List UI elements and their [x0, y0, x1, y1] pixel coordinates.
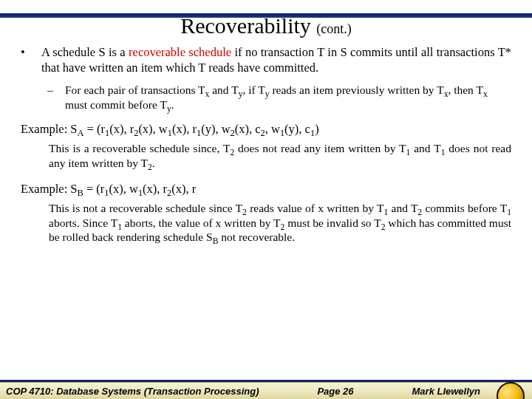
t: (x), c [235, 122, 261, 136]
footer-row: COP 4710: Database Systems (Transaction … [6, 386, 480, 397]
t: For each pair of transactions T [65, 83, 205, 96]
footer-author: Mark Llewellyn [412, 386, 480, 397]
example-b: Example: SB = (r1(x), w1(x), r2(x), r [21, 181, 511, 197]
definition-bullet: • A schedule S is a recoverable schedule… [21, 44, 511, 75]
subbullet-text: For each pair of transactions Tx and Ty,… [65, 83, 511, 112]
dash-mark: – [47, 83, 65, 112]
t: This is a recoverable schedule since, T [49, 142, 230, 154]
t: . [171, 98, 174, 111]
slide-body: • A schedule S is a recoverable schedule… [0, 44, 532, 245]
t: and T [388, 202, 417, 214]
t: aborts. Since T [49, 216, 117, 229]
t: and T [410, 142, 440, 154]
t: . [152, 157, 155, 169]
example-b-explain: This is not a recoverable schedule since… [49, 201, 511, 245]
t: Example: S [21, 182, 78, 196]
t: (y), c [284, 122, 310, 136]
t: = (r [83, 182, 105, 196]
t: (x), w [138, 122, 167, 136]
t: = (r [83, 122, 105, 136]
t: (x), r [143, 182, 167, 196]
footer-course: COP 4710: Database Systems (Transaction … [6, 386, 259, 397]
example-a-explain: This is a recoverable schedule since, T2… [49, 141, 511, 171]
t: (x), w [109, 182, 138, 196]
t: (y), w [201, 122, 230, 136]
bullet-mark: • [21, 44, 41, 75]
def-prefix: A schedule S is a [41, 45, 129, 59]
example-a: Example: SA = (r1(x), r2(x), w1(x), r1(y… [21, 121, 511, 137]
footer-page: Page 26 [317, 386, 353, 397]
title-cont: (cont.) [316, 21, 351, 36]
t: Example: S [21, 122, 78, 136]
sub: x [483, 89, 488, 99]
t: reads value of x written by T [247, 202, 384, 214]
t: not recoverable. [218, 231, 295, 243]
top-rule [0, 13, 532, 18]
t: reads an item previously written by T [270, 83, 444, 96]
t: , if T [242, 83, 265, 96]
t: (x), r [109, 122, 134, 136]
t: commits before T [422, 202, 507, 214]
t: ) [315, 122, 319, 136]
t: This is not a recoverable schedule since… [49, 202, 242, 214]
slide: Recoverability (cont.) • A schedule S is… [0, 13, 532, 399]
definition-subbullet: – For each pair of transactions Tx and T… [47, 83, 511, 112]
t: (x), r [171, 182, 196, 196]
sub: B [78, 188, 83, 198]
t: and T [209, 83, 238, 96]
slide-footer: COP 4710: Database Systems (Transaction … [0, 380, 532, 399]
definition-text: A schedule S is a recoverable schedule i… [41, 44, 511, 75]
t: , w [265, 122, 280, 136]
t: must commit before T [65, 98, 167, 111]
t: must be invalid so T [284, 216, 381, 229]
t: aborts, the value of x written by T [122, 216, 281, 229]
keyword-recoverable-schedule: recoverable schedule [129, 45, 231, 59]
t: does not read any item written by T [234, 142, 406, 154]
t: (x), r [172, 122, 197, 136]
t: , then T [448, 83, 483, 96]
